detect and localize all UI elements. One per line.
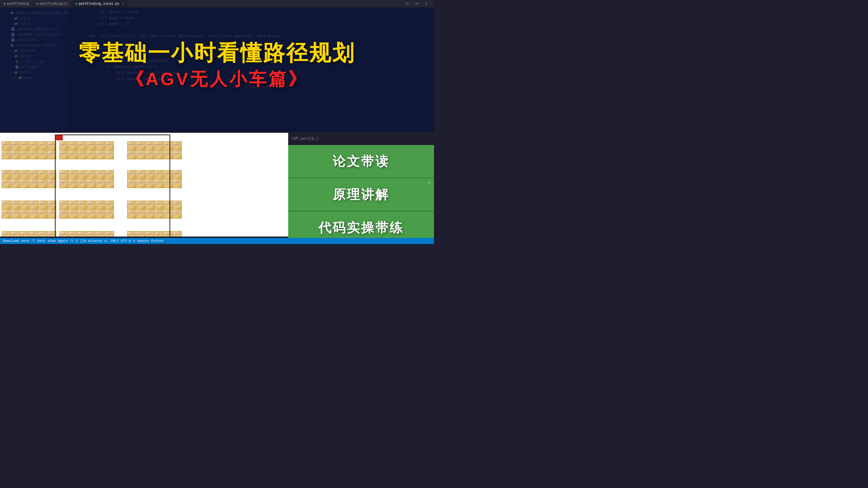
feature-btn-principle[interactable]: ⚙ 原理讲解 [288, 178, 434, 211]
tab-icon: ● [3, 2, 5, 6]
tab-icon3: ● [75, 2, 77, 6]
simulation-area: if sel path None : [0, 132, 288, 244]
feature-btn-principle-label: 原理讲解 [333, 186, 390, 203]
tab-pathfinding[interactable]: ● pathfinding [0, 0, 33, 7]
gear-icon: ⚙ [427, 180, 431, 186]
agv-car-1 [55, 135, 63, 140]
feature-btn-code-practice-label: 代码实操带练 [318, 219, 404, 237]
window-controls: A5 48 6 [402, 2, 434, 6]
shelf-group-4 [2, 170, 56, 188]
feature-btn-paper-reading-label: 论文带读 [333, 153, 390, 170]
title-banner: 零基础一小时看懂路径规划 《AGV无人小车篇》 [0, 0, 434, 132]
tab-pathfinding2[interactable]: ● pathfinding(2) [33, 0, 72, 7]
status-text: Download once // Dont show again // C [1… [3, 239, 163, 243]
right-feature-panel: elf.path[1:] 论文带读 ⚙ 原理讲解 代码实操带练 [288, 132, 434, 244]
status-bar: Download once // Dont show again // C [1… [0, 238, 434, 244]
feature-btn-paper-reading[interactable]: 论文带读 [288, 145, 434, 178]
tab-close[interactable]: × [122, 2, 124, 6]
main-title-line1: 零基础一小时看懂路径规划 [79, 41, 355, 65]
right-code-line: elf.path[1:] [288, 132, 434, 145]
tab-icon2: ● [36, 2, 38, 6]
main-title-line2: 《AGV无人小车篇》 [126, 67, 308, 91]
track-boundary [55, 135, 170, 240]
tab-pathfinding-local[interactable]: ● pathfinding_local.py × [72, 0, 128, 7]
shelf-group-7 [2, 201, 56, 219]
shelf-group-1 [2, 141, 56, 159]
tab-bar: ● pathfinding ● pathfinding(2) ● pathfin… [0, 0, 434, 7]
